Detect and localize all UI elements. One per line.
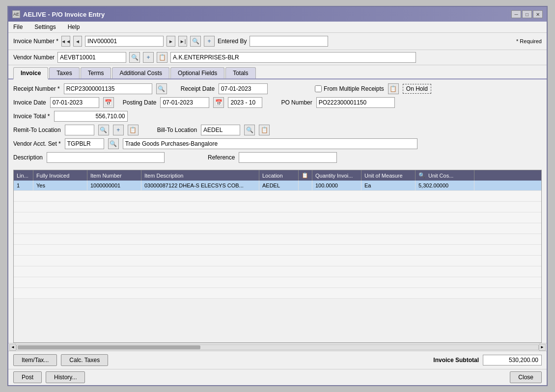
posting-date-label: Posting Date — [123, 99, 157, 106]
col-header-item-number: Item Number — [87, 170, 141, 181]
posting-date-input[interactable] — [160, 97, 209, 108]
vendor-add-button[interactable]: + — [143, 52, 154, 63]
cell-uom: Ea — [361, 181, 416, 190]
bill-to-label: Bill-To Location — [157, 127, 197, 133]
receipt-number-input[interactable] — [64, 83, 152, 94]
remit-detail-button[interactable]: 📋 — [128, 125, 139, 135]
horizontal-scrollbar[interactable] — [16, 344, 539, 350]
form-row-4: Remit-To Location 🔍 + 📋 Bill-To Location… — [13, 125, 542, 135]
table-row[interactable]: 1 Yes 1000000001 03000087122 DHEA-S ELEC… — [14, 181, 541, 191]
invoice-number-label: Invoice Number * — [13, 38, 58, 45]
table-row — [14, 202, 541, 212]
post-button[interactable]: Post — [13, 371, 42, 383]
po-number-input[interactable] — [316, 97, 395, 108]
col-header-line: Lin... — [14, 170, 33, 181]
remit-add-button[interactable]: + — [113, 125, 124, 135]
scroll-right-button[interactable]: ► — [539, 344, 546, 351]
col-header-uom: Unit of Measure — [361, 170, 416, 181]
vendor-search-button[interactable]: 🔍 — [129, 52, 140, 63]
footer-row: Post History... Close — [8, 369, 547, 385]
cell-fully-invoiced: Yes — [33, 181, 87, 190]
remit-to-input[interactable] — [65, 125, 94, 135]
bottom-buttons-row1: Item/Tax... Calc. Taxes Invoice Subtotal — [8, 351, 547, 369]
table-row — [14, 288, 541, 299]
reference-input[interactable] — [239, 152, 337, 163]
description-input[interactable] — [47, 152, 165, 163]
invoice-search-button[interactable]: 🔍 — [190, 36, 201, 47]
vendor-acct-name-input — [123, 138, 417, 149]
tab-totals[interactable]: Totals — [225, 67, 255, 78]
cell-unit-cost: 5,302.00000 — [416, 181, 474, 190]
vendor-number-input[interactable] — [57, 52, 126, 63]
entered-by-input[interactable] — [250, 36, 328, 47]
po-number-label: PO Number — [281, 99, 312, 106]
invoice-number-input[interactable] — [85, 36, 164, 47]
menu-bar: File Settings Help — [8, 22, 547, 33]
scroll-left-button[interactable]: ◄ — [9, 344, 16, 351]
posting-date-cal[interactable]: 📅 — [213, 97, 224, 108]
vendor-name-input — [170, 52, 416, 63]
tab-optional-fields[interactable]: Optional Fields — [170, 67, 224, 78]
maximize-button[interactable]: □ — [522, 10, 532, 18]
required-note: * Required — [516, 38, 542, 44]
menu-settings[interactable]: Settings — [32, 23, 57, 31]
col-header-icon: 📋 — [299, 170, 312, 181]
bill-search-button[interactable]: 🔍 — [244, 125, 255, 135]
vendor-detail-button[interactable]: 📋 — [157, 52, 167, 63]
nav-prev-button[interactable]: ◄ — [73, 36, 82, 47]
receipt-search-button[interactable]: 🔍 — [156, 83, 167, 94]
tab-terms[interactable]: Terms — [81, 67, 111, 78]
item-tax-button[interactable]: Item/Tax... — [13, 354, 57, 366]
form-row-5: Vendor Acct. Set * 🔍 — [13, 138, 542, 149]
calc-taxes-button[interactable]: Calc. Taxes — [61, 354, 108, 366]
tab-taxes[interactable]: Taxes — [49, 67, 79, 78]
entered-by-label: Entered By — [218, 38, 247, 45]
menu-help[interactable]: Help — [66, 23, 82, 31]
description-label: Description — [13, 154, 43, 161]
cell-icon — [299, 181, 312, 190]
nav-first-button[interactable]: ◄◄ — [61, 36, 70, 47]
menu-file[interactable]: File — [11, 23, 25, 31]
minimize-button[interactable]: ─ — [511, 10, 521, 18]
remit-to-label: Remit-To Location — [13, 127, 61, 133]
history-button[interactable]: History... — [46, 371, 85, 383]
table-row — [14, 245, 541, 256]
close-button[interactable]: Close — [510, 371, 542, 383]
form-area: Receipt Number * 🔍 Receipt Date From Mul… — [8, 79, 547, 170]
bill-detail-button[interactable]: 📋 — [259, 125, 270, 135]
scrollbar-thumb[interactable] — [18, 345, 200, 349]
tab-additional-costs[interactable]: Additional Costs — [112, 67, 169, 78]
table-row — [14, 223, 541, 234]
vendor-acct-code-input[interactable] — [65, 138, 104, 149]
col-header-location: Location — [259, 170, 299, 181]
col-header-item-description: Item Description — [141, 170, 259, 181]
form-row-2: Invoice Date 📅 Posting Date 📅 PO Number — [13, 97, 542, 108]
reference-label: Reference — [208, 154, 235, 161]
col-header-quantity: Quantity Invoi... — [312, 170, 361, 181]
table-row — [14, 191, 541, 202]
nav-last-button[interactable]: ►| — [178, 36, 187, 47]
from-multiple-detail[interactable]: 📋 — [388, 83, 399, 94]
receipt-date-input[interactable] — [219, 83, 268, 94]
bill-to-input[interactable] — [201, 125, 240, 135]
main-window: AE AELIVE - P/O Invoice Entry ─ □ ✕ File… — [7, 6, 548, 386]
from-multiple-label: From Multiple Receipts — [324, 85, 384, 92]
col-header-fully-invoiced: Fully Invoiced — [33, 170, 87, 181]
close-button[interactable]: ✕ — [533, 10, 543, 18]
vendor-acct-search-button[interactable]: 🔍 — [108, 138, 119, 149]
table-row — [14, 266, 541, 277]
from-multiple-checkbox[interactable] — [315, 85, 322, 92]
on-hold-button[interactable]: On Hold — [403, 84, 431, 94]
vendor-acct-label: Vendor Acct. Set * — [13, 140, 61, 147]
posting-period-input[interactable] — [228, 97, 262, 108]
remit-search-button[interactable]: 🔍 — [98, 125, 109, 135]
invoice-date-cal[interactable]: 📅 — [103, 97, 114, 108]
grid-icon: 📋 — [302, 172, 308, 179]
invoice-date-input[interactable] — [50, 97, 99, 108]
tab-invoice[interactable]: Invoice — [13, 67, 48, 79]
invoice-add-button[interactable]: + — [204, 36, 215, 47]
title-bar-controls: ─ □ ✕ — [511, 10, 543, 18]
invoice-total-input[interactable] — [54, 111, 128, 122]
nav-next-button[interactable]: ► — [166, 36, 175, 47]
window-title: AELIVE - P/O Invoice Entry — [23, 11, 105, 18]
